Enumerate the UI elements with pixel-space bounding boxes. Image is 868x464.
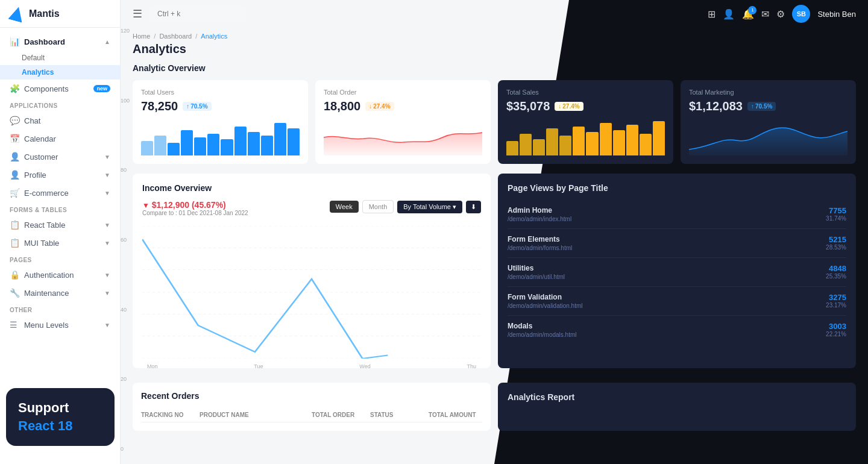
sidebar-item-default[interactable]: Default <box>0 51 120 65</box>
header-search-input[interactable] <box>149 6 246 22</box>
default-label: Default <box>22 54 45 62</box>
sidebar-item-profile[interactable]: 👤 Profile ▼ <box>0 166 120 184</box>
sidebar-item-react-table[interactable]: 📋 React Table ▼ <box>0 216 120 234</box>
sidebar-item-authentication[interactable]: 🔒 Authentication ▼ <box>0 266 120 284</box>
badge-arrow-orders: ↓ <box>369 103 372 110</box>
mail-icon[interactable]: ✉ <box>761 8 769 20</box>
bar <box>559 136 571 155</box>
auth-label: Authentication <box>24 271 74 280</box>
sidebar-item-ecommerce[interactable]: 🛒 E-commerce ▼ <box>0 184 120 202</box>
support-react18-popup[interactable]: Support React 18 <box>6 388 115 446</box>
bottom-grid: Recent Orders TRACKING NO PRODUCT NAME T… <box>133 375 856 431</box>
section-other: Other <box>0 302 120 316</box>
bar <box>653 121 665 155</box>
stat-value-row-orders: 18,800 ↓ 27.4% <box>324 99 482 113</box>
menu-levels-icon: ☰ <box>10 320 19 330</box>
page-view-item-4: Form Validation /demo/admin/validation.h… <box>508 287 846 316</box>
y-axis-labels: 120 100 80 60 40 20 0 <box>121 28 137 452</box>
stat-label-orders: Total Order <box>324 89 482 96</box>
maintenance-label: Maintenance <box>24 289 69 298</box>
badge-arrow-marketing: ↑ <box>751 103 754 110</box>
bar-chart-users <box>141 119 300 155</box>
user-initials: SB <box>797 10 806 17</box>
week-button[interactable]: Week <box>330 201 359 213</box>
col-product: PRODUCT NAME <box>200 412 307 418</box>
analytics-report-title: Analytics Report <box>508 392 846 402</box>
customer-icon: 👤 <box>10 152 19 161</box>
profile-label: Profile <box>24 171 46 180</box>
auth-chevron: ▼ <box>104 272 110 278</box>
stat-value-users: 78,250 <box>141 99 178 113</box>
col-status: STATUS <box>370 412 424 418</box>
bar <box>194 137 206 155</box>
pv-right-5: 3003 22.21% <box>826 322 846 337</box>
stat-label-sales: Total Sales <box>506 89 665 96</box>
customer-label: Customer <box>24 152 58 161</box>
stat-value-row-sales: $35,078 ↓ 27.4% <box>506 99 665 113</box>
download-button[interactable]: ⬇ <box>466 201 481 213</box>
dashboard-chevron: ▲ <box>104 39 110 45</box>
sidebar-item-calendar[interactable]: 📅 Calendar <box>0 130 120 148</box>
stat-card-sales: Total Sales $35,078 ↓ 27.4% <box>498 80 673 164</box>
stat-badge-orders: ↓ 27.4% <box>365 102 394 111</box>
income-amount: $1,12,900 (45.67%) <box>152 200 226 210</box>
page-view-item-3: Utilities /demo/admin/util.html 4848 25.… <box>508 258 846 287</box>
sidebar-item-mui-table[interactable]: 📋 MUI Table ▼ <box>0 234 120 252</box>
analytics-report-card: Analytics Report <box>498 383 856 431</box>
pv-name-4: Form Validation <box>508 293 583 301</box>
user-switch-icon[interactable]: 👤 <box>723 8 735 20</box>
stats-grid: Total Users 78,250 ↑ 70.5% <box>133 80 856 164</box>
notification-badge: 1 <box>748 6 756 14</box>
breadcrumb-dashboard[interactable]: Dashboard <box>159 33 192 40</box>
section-forms: Forms & Tables <box>0 202 120 216</box>
income-overview-card: Income Overview ▼ $1,12,900 (45.67%) Com… <box>133 174 491 368</box>
col-total-amount: TOTAL AMOUNT <box>429 412 482 418</box>
settings-icon[interactable]: ⚙ <box>776 8 785 20</box>
sidebar-item-components[interactable]: 🧩 Components new <box>0 80 120 98</box>
mui-table-label: MUI Table <box>24 239 59 248</box>
maintenance-chevron: ▼ <box>104 290 110 296</box>
pv-url-1: /demo/admin/index.html <box>508 216 571 222</box>
bar <box>168 143 180 155</box>
month-button[interactable]: Month <box>362 200 394 213</box>
menu-levels-chevron: ▼ <box>104 322 110 328</box>
user-avatar[interactable]: SB <box>792 5 810 23</box>
pv-pct-5: 22.21% <box>826 331 846 337</box>
sidebar-item-customer[interactable]: 👤 Customer ▼ <box>0 148 120 166</box>
income-controls: Week Month By Total Volume ▾ ⬇ <box>330 200 481 213</box>
pv-url-4: /demo/admin/validation.html <box>508 303 583 309</box>
ecommerce-label: E-commerce <box>24 189 69 198</box>
menu-levels-label: Menu Levels <box>24 321 69 330</box>
menu-toggle-icon[interactable]: ☰ <box>133 7 142 20</box>
bar <box>613 130 625 155</box>
pv-right-4: 3275 23.17% <box>826 293 846 309</box>
ecommerce-chevron: ▼ <box>104 190 110 196</box>
sidebar-item-chat[interactable]: 💬 Chat <box>0 111 120 130</box>
sidebar-item-dashboard[interactable]: 📊 Dashboard ▲ <box>0 33 120 51</box>
header: ☰ ⊞ 👤 🔔 1 ✉ ⚙ SB Stebin Ben <box>121 0 868 28</box>
app-name: Mantis <box>29 8 60 19</box>
page-view-item-1: Admin Home /demo/admin/index.html 7755 3… <box>508 200 846 229</box>
sidebar-item-menu-levels[interactable]: ☰ Menu Levels ▼ <box>0 316 120 334</box>
bar <box>640 134 652 155</box>
apps-icon[interactable]: ⊞ <box>708 8 715 20</box>
stat-value-sales: $35,078 <box>506 99 550 113</box>
sidebar-item-analytics[interactable]: Analytics <box>0 65 120 80</box>
notification-icon[interactable]: 🔔 1 <box>742 8 754 20</box>
components-badge: new <box>93 85 110 92</box>
profile-icon: 👤 <box>10 170 19 180</box>
sidebar-item-maintenance[interactable]: 🔧 Maintenance ▼ <box>0 284 120 302</box>
volume-select-button[interactable]: By Total Volume ▾ <box>397 201 462 213</box>
bar <box>221 139 233 155</box>
income-header: ▼ $1,12,900 (45.67%) Compare to : 01 Dec… <box>142 200 481 224</box>
support-text: Support <box>18 400 102 416</box>
sidebar: Mantis 📊 Dashboard ▲ Default Analytics 🧩… <box>0 0 121 464</box>
pv-name-3: Utilities <box>508 264 565 272</box>
income-compare: Compare to : 01 Dec 2021-08 Jan 2022 <box>142 210 248 216</box>
income-section-title: Income Overview <box>142 183 481 193</box>
pv-pct-4: 23.17% <box>826 302 846 309</box>
bar <box>520 134 532 155</box>
user-name[interactable]: Stebin Ben <box>817 10 856 19</box>
analytics-label: Analytics <box>22 68 54 77</box>
income-chart-container: 120 100 80 60 40 20 0 <box>142 226 481 359</box>
